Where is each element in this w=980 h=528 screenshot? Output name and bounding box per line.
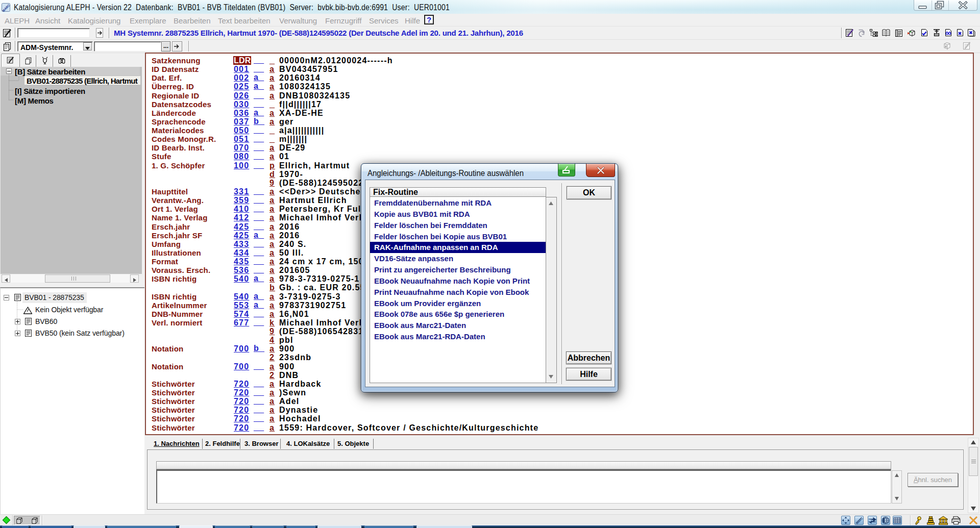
- svg-text:MARC: MARC: [855, 517, 863, 524]
